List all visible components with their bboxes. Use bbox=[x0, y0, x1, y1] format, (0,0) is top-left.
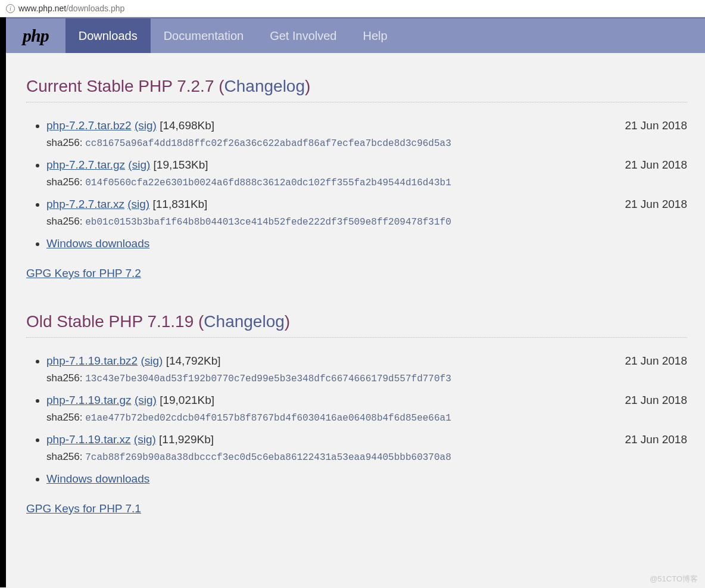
download-sig-link[interactable]: (sig) bbox=[141, 354, 163, 367]
download-date: 21 Jun 2018 bbox=[625, 354, 687, 368]
changelog-link[interactable]: Changelog bbox=[224, 77, 305, 95]
download-file-link[interactable]: php-7.2.7.tar.gz bbox=[46, 158, 125, 171]
sha-line: sha256: e1ae477b72bed02cdcb04f0157b8f876… bbox=[46, 412, 687, 424]
changelog-link[interactable]: Changelog bbox=[204, 312, 284, 331]
gpg-keys-link[interactable]: GPG Keys for PHP 7.2 bbox=[26, 267, 141, 280]
download-date: 21 Jun 2018 bbox=[625, 198, 687, 211]
page-body: php Downloads Documentation Get Involved… bbox=[0, 17, 705, 587]
nav-downloads[interactable]: Downloads bbox=[65, 18, 151, 53]
download-item: php-7.2.7.tar.gz (sig) [19,153Kb] 21 Jun… bbox=[46, 158, 687, 188]
download-size: [19,021Kb] bbox=[160, 394, 214, 406]
download-file-link[interactable]: php-7.2.7.tar.xz bbox=[46, 198, 124, 210]
php-logo[interactable]: php bbox=[6, 18, 65, 53]
download-file-link[interactable]: php-7.2.7.tar.bz2 bbox=[46, 119, 132, 132]
download-date: 21 Jun 2018 bbox=[625, 158, 687, 172]
download-file-link[interactable]: php-7.1.19.tar.xz bbox=[46, 433, 131, 446]
sha-line: sha256: 014f0560cfa22e6301b0024a6fd888c3… bbox=[46, 176, 687, 188]
browser-address-bar[interactable]: i www.php.net/downloads.php bbox=[0, 0, 705, 17]
download-size: [19,153Kb] bbox=[154, 158, 208, 171]
windows-downloads-link[interactable]: Windows downloads bbox=[46, 237, 149, 250]
main-content: Current Stable PHP 7.2.7 (Changelog) php… bbox=[6, 53, 705, 527]
section-heading-current: Current Stable PHP 7.2.7 (Changelog) bbox=[26, 77, 687, 102]
sha-hash: 13c43e7be3040ad53f192b0770c7ed99e5b3e348… bbox=[85, 374, 451, 384]
nav-documentation[interactable]: Documentation bbox=[151, 18, 257, 53]
download-item: php-7.2.7.tar.xz (sig) [11,831Kb] 21 Jun… bbox=[46, 198, 687, 228]
download-date: 21 Jun 2018 bbox=[625, 119, 687, 132]
download-file-link[interactable]: php-7.1.19.tar.gz bbox=[46, 394, 132, 406]
nav-help[interactable]: Help bbox=[350, 18, 400, 53]
sha-line: sha256: cc81675a96af4dd18d8ffc02f26a36c6… bbox=[46, 137, 687, 149]
download-size: [14,698Kb] bbox=[160, 119, 214, 132]
file-list-old: php-7.1.19.tar.bz2 (sig) [14,792Kb] 21 J… bbox=[46, 354, 687, 486]
sha-hash: e1ae477b72bed02cdcb04f0157b8f8767bd4f603… bbox=[85, 413, 451, 424]
download-sig-link[interactable]: (sig) bbox=[134, 433, 156, 446]
download-item: php-7.1.19.tar.gz (sig) [19,021Kb] 21 Ju… bbox=[46, 394, 687, 424]
site-info-icon[interactable]: i bbox=[6, 4, 15, 13]
download-size: [14,792Kb] bbox=[166, 354, 221, 367]
sha-line: sha256: eb01c0153b3baf1f64b8b044013ce414… bbox=[46, 216, 687, 228]
download-sig-link[interactable]: (sig) bbox=[135, 119, 157, 132]
download-size: [11,831Kb] bbox=[152, 198, 207, 210]
download-size: [11,929Kb] bbox=[159, 433, 214, 446]
top-nav: php Downloads Documentation Get Involved… bbox=[6, 17, 705, 53]
download-item: php-7.1.19.tar.bz2 (sig) [14,792Kb] 21 J… bbox=[46, 354, 687, 384]
sha-hash: eb01c0153b3baf1f64b8b044013ce414b52fede2… bbox=[85, 217, 451, 228]
download-date: 21 Jun 2018 bbox=[625, 433, 687, 446]
file-list-current: php-7.2.7.tar.bz2 (sig) [14,698Kb] 21 Ju… bbox=[46, 119, 687, 250]
sha-hash: cc81675a96af4dd18d8ffc02f26a36c622abadf8… bbox=[85, 138, 451, 149]
windows-downloads-item: Windows downloads bbox=[46, 472, 687, 486]
section-heading-old: Old Stable PHP 7.1.19 (Changelog) bbox=[26, 312, 687, 338]
download-item: php-7.1.19.tar.xz (sig) [11,929Kb] 21 Ju… bbox=[46, 433, 687, 463]
windows-downloads-item: Windows downloads bbox=[46, 237, 687, 250]
gpg-keys-link[interactable]: GPG Keys for PHP 7.1 bbox=[26, 502, 141, 515]
watermark: @51CTO博客 bbox=[650, 574, 698, 584]
download-sig-link[interactable]: (sig) bbox=[128, 158, 150, 171]
windows-downloads-link[interactable]: Windows downloads bbox=[46, 472, 149, 485]
sha-hash: 014f0560cfa22e6301b0024a6fd888c3612a0dc1… bbox=[85, 178, 451, 188]
download-date: 21 Jun 2018 bbox=[625, 394, 687, 407]
sha-line: sha256: 13c43e7be3040ad53f192b0770c7ed99… bbox=[46, 372, 687, 384]
download-sig-link[interactable]: (sig) bbox=[127, 198, 149, 210]
download-sig-link[interactable]: (sig) bbox=[135, 394, 157, 406]
sha-line: sha256: 7cab88f269b90a8a38dbcccf3ec0d5c6… bbox=[46, 451, 687, 463]
nav-get-involved[interactable]: Get Involved bbox=[257, 18, 350, 53]
url-text: www.php.net/downloads.php bbox=[18, 4, 124, 13]
download-item: php-7.2.7.tar.bz2 (sig) [14,698Kb] 21 Ju… bbox=[46, 119, 687, 149]
sha-hash: 7cab88f269b90a8a38dbcccf3ec0d5c6eba86122… bbox=[85, 452, 451, 463]
download-file-link[interactable]: php-7.1.19.tar.bz2 bbox=[46, 354, 138, 367]
